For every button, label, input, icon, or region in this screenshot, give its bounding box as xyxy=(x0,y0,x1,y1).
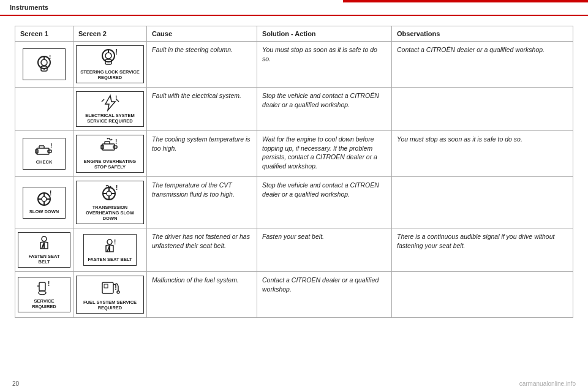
svg-point-59 xyxy=(117,291,119,293)
svg-point-7 xyxy=(105,53,111,59)
observations-cell: You must stop as soon as it is safe to d… xyxy=(392,131,573,177)
screen1-icon-box: FASTEN SEAT BELT xyxy=(18,232,70,268)
watermark: carmanualonline.info xyxy=(519,380,576,387)
svg-rect-50 xyxy=(39,282,45,291)
svg-line-13 xyxy=(102,99,104,102)
observations-cell xyxy=(392,272,573,318)
observations-cell xyxy=(392,88,573,131)
svg-rect-15 xyxy=(37,148,49,154)
screen2-icon-box: ! FUEL SYSTEM SERVICE REQUIRED xyxy=(76,276,144,314)
solution-cell: Fasten your seat belt. xyxy=(257,228,392,272)
svg-text:!: ! xyxy=(116,184,118,191)
table-row: FASTEN SEAT BELT ! FASTEN SEAT BELTThe d… xyxy=(15,228,573,272)
svg-text:!: ! xyxy=(114,239,116,246)
cause-cell: The driver has not fastened or has unfas… xyxy=(147,228,257,272)
table-row: ! ! STEERING LOCK SERVICE REQUIREDFault … xyxy=(15,42,573,88)
screen2-icon-box: ! FASTEN SEAT BELT xyxy=(83,234,136,266)
screen2-icon-box: ! STEERING LOCK SERVICE REQUIRED xyxy=(76,45,144,83)
cause-cell: The cooling system temperature is too hi… xyxy=(147,131,257,177)
header-red-accent xyxy=(343,0,588,2)
screen2-cell: ! FUEL SYSTEM SERVICE REQUIRED xyxy=(74,272,147,318)
screen1-cell: ! SLOW DOWN xyxy=(15,177,74,228)
screen2-cell: ! TRANSMISSION OVERHEATING SLOW DOWN xyxy=(74,177,147,228)
screen1-icon-box: ! xyxy=(23,48,66,80)
svg-rect-55 xyxy=(104,284,108,288)
svg-point-51 xyxy=(39,291,46,295)
col-header-screen1: Screen 1 xyxy=(15,26,74,42)
svg-point-43 xyxy=(42,236,47,241)
svg-text:!: ! xyxy=(115,138,117,145)
screen2-icon-box: ! TRANSMISSION OVERHEATING SLOW DOWN xyxy=(76,181,144,224)
page-title: Instruments xyxy=(10,4,578,11)
observations-cell xyxy=(392,177,573,228)
screen1-cell xyxy=(15,88,74,131)
svg-text:!: ! xyxy=(115,283,117,292)
svg-text:!: ! xyxy=(115,95,117,102)
screen2-cell: ! FASTEN SEAT BELT xyxy=(74,228,147,272)
screen1-cell: FASTEN SEAT BELT xyxy=(15,228,74,272)
svg-text:!: ! xyxy=(49,55,51,60)
page-number: 20 xyxy=(12,380,19,387)
col-header-cause: Cause xyxy=(147,26,257,42)
screen1-cell: ! CHECK xyxy=(15,131,74,177)
solution-cell: Wait for the engine to cool down before … xyxy=(257,131,392,177)
solution-cell: Stop the vehicle and contact a CITROËN d… xyxy=(257,177,392,228)
table-row: ! SLOW DOWN ! TRANSMISSION OVERHEATING S… xyxy=(15,177,573,228)
col-header-screen2: Screen 2 xyxy=(74,26,147,42)
instruments-table: Screen 1 Screen 2 Cause Solution - Actio… xyxy=(15,26,573,318)
cause-cell: The temperature of the CVT transmission … xyxy=(147,177,257,228)
table-row: ! CHECK ! ENGINE OVERHEATING STOP SAFELY… xyxy=(15,131,573,177)
screen2-cell: ! STEERING LOCK SERVICE REQUIRED xyxy=(74,42,147,88)
svg-rect-22 xyxy=(102,144,115,150)
screen2-cell: ! ENGINE OVERHEATING STOP SAFELY xyxy=(74,131,147,177)
screen1-icon-box: ! CHECK xyxy=(23,138,66,170)
svg-point-46 xyxy=(107,239,112,244)
table-header-row: Screen 1 Screen 2 Cause Solution - Actio… xyxy=(15,26,573,42)
col-header-solution: Solution - Action xyxy=(257,26,392,42)
observations-cell: Contact a CITROËN dealer or a qualified … xyxy=(392,42,573,88)
screen2-cell: ! ELECTRICAL SYSTEM SERVICE REQUIRED xyxy=(74,88,147,131)
svg-rect-17 xyxy=(48,150,51,153)
svg-point-1 xyxy=(41,59,47,66)
svg-text:!: ! xyxy=(50,190,51,197)
svg-text:!: ! xyxy=(48,281,50,287)
screen1-cell: ! xyxy=(15,42,74,88)
solution-cell: Contact a CITROËN dealer or a qualified … xyxy=(257,272,392,318)
svg-point-37 xyxy=(107,191,111,196)
svg-marker-11 xyxy=(105,96,115,110)
svg-rect-24 xyxy=(113,146,117,148)
main-content: Screen 1 Screen 2 Cause Solution - Actio… xyxy=(0,16,588,328)
page-header: Instruments xyxy=(0,0,588,16)
screen2-icon-box: ! ELECTRICAL SYSTEM SERVICE REQUIRED xyxy=(76,91,144,127)
screen2-icon-box: ! ENGINE OVERHEATING STOP SAFELY xyxy=(76,135,144,173)
screen1-icon-box: ! SLOW DOWN xyxy=(23,187,66,219)
cause-cell: Fault in the steering column. xyxy=(147,42,257,88)
svg-text:!: ! xyxy=(115,48,118,56)
solution-cell: You must stop as soon as it is safe to d… xyxy=(257,42,392,88)
screen1-cell: ! SERVICE REQUIRED xyxy=(15,272,74,318)
table-row: ! SERVICE REQUIRED ! FUEL SYSTEM SERVICE… xyxy=(15,272,573,318)
observations-cell: There is a continuous audible signal if … xyxy=(392,228,573,272)
table-row: ! ELECTRICAL SYSTEM SERVICE REQUIREDFaul… xyxy=(15,88,573,131)
svg-text:!: ! xyxy=(50,143,52,149)
svg-point-30 xyxy=(42,197,47,202)
screen1-icon-box: ! SERVICE REQUIRED xyxy=(18,277,70,312)
solution-cell: Stop the vehicle and contact a CITROËN d… xyxy=(257,88,392,131)
svg-line-57 xyxy=(117,284,118,286)
col-header-observations: Observations xyxy=(392,26,573,42)
cause-cell: Fault with the electrical system. xyxy=(147,88,257,131)
cause-cell: Malfunction of the fuel system. xyxy=(147,272,257,318)
